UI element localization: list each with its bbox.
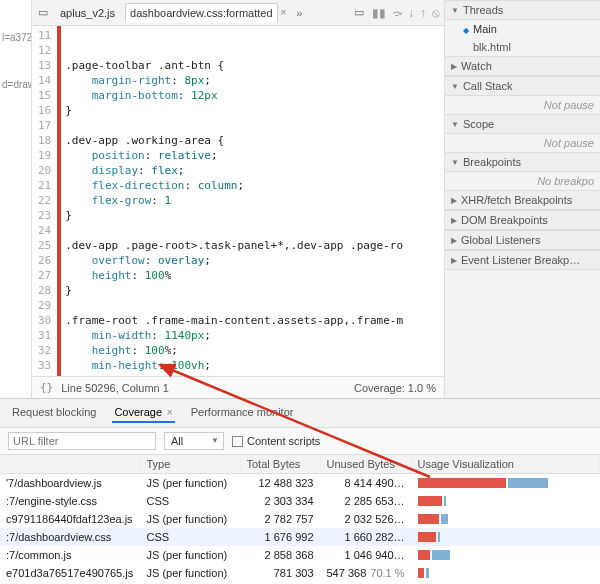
- global-listeners-header[interactable]: ▶Global Listeners: [445, 230, 600, 250]
- coverage-row[interactable]: '7/dashboardview.jsJS (per function)12 4…: [0, 474, 600, 493]
- show-navigator-icon[interactable]: ▭: [36, 6, 50, 19]
- cursor-position: Line 50296, Column 1: [61, 382, 169, 394]
- col-url[interactable]: [0, 455, 140, 474]
- coverage-row[interactable]: e701d3a76517e490765.jsJS (per function)7…: [0, 564, 600, 582]
- event-listener-bp-header[interactable]: ▶Event Listener Breakp…: [445, 250, 600, 270]
- line-gutter: 1112131415161718192021222324252627282930…: [32, 26, 57, 376]
- show-debugger-icon[interactable]: ▭: [352, 6, 366, 19]
- pause-icon[interactable]: ▮▮: [372, 6, 386, 20]
- coverage-row[interactable]: :7/dashboardview.cssCSS1 676 9921 660 28…: [0, 528, 600, 546]
- thread-main[interactable]: ◆Main: [445, 20, 600, 38]
- deactivate-breakpoints-icon[interactable]: ⦸: [432, 6, 440, 20]
- debugger-sidebar: ▼Threads ◆Main blk.html ▶Watch ▼Call Sta…: [445, 0, 600, 398]
- tab-file-1[interactable]: aplus_v2.js: [56, 4, 119, 22]
- type-filter-select[interactable]: All: [164, 432, 224, 450]
- col-total[interactable]: Total Bytes: [240, 455, 320, 474]
- col-unused[interactable]: Unused Bytes: [320, 455, 411, 474]
- code-content[interactable]: .page-toolbar .ant-btn { margin-right: 8…: [63, 26, 444, 376]
- callstack-note: Not pause: [445, 96, 600, 114]
- xhr-breakpoints-header[interactable]: ▶XHR/fetch Breakpoints: [445, 190, 600, 210]
- dom-breakpoints-header[interactable]: ▶DOM Breakpoints: [445, 210, 600, 230]
- left-stub-1: l=a372b: [0, 4, 31, 45]
- breakpoints-pane-header[interactable]: ▼Breakpoints: [445, 152, 600, 172]
- tabs-overflow-icon[interactable]: »: [292, 7, 306, 19]
- step-over-icon[interactable]: ⤼: [392, 6, 402, 20]
- coverage-row[interactable]: c9791186440fdaf123ea.jsJS (per function)…: [0, 510, 600, 528]
- callstack-pane-header[interactable]: ▼Call Stack: [445, 76, 600, 96]
- drawer-tab-coverage[interactable]: Coverage ×: [112, 403, 174, 423]
- editor-statusbar: {} Line 50296, Column 1 Coverage: 1.0 %: [32, 376, 444, 398]
- coverage-row[interactable]: :7/common.jsJS (per function)2 858 3681 …: [0, 546, 600, 564]
- col-type[interactable]: Type: [140, 455, 240, 474]
- content-scripts-checkbox[interactable]: Content scripts: [232, 435, 320, 448]
- tab-file-2[interactable]: dashboardview.css:formatted: [125, 3, 277, 23]
- debugger-controls: ▮▮ ⤼ ↓ ↑ ⦸: [372, 6, 440, 20]
- scope-note: Not pause: [445, 134, 600, 152]
- coverage-filterbar: All Content scripts: [0, 428, 600, 455]
- coverage-row[interactable]: :7/engine-style.cssCSS2 303 3342 285 653…: [0, 492, 600, 510]
- drawer-tab-request-blocking[interactable]: Request blocking: [10, 403, 98, 423]
- editor-tabbar: ▭ aplus_v2.js dashboardview.css:formatte…: [32, 0, 444, 26]
- col-viz[interactable]: Usage Visualization: [411, 455, 599, 474]
- left-stub-2: d=draw: [0, 45, 31, 92]
- left-nav-strip: l=a372b d=draw: [0, 0, 32, 398]
- drawer-tab-perf-monitor[interactable]: Performance monitor: [189, 403, 296, 423]
- close-tab-icon[interactable]: ×: [281, 7, 287, 18]
- coverage-bar: [57, 26, 61, 376]
- coverage-table: Type Total Bytes Unused Bytes Usage Visu…: [0, 455, 600, 582]
- breakpoints-note: No breakpo: [445, 172, 600, 190]
- pretty-print-icon[interactable]: {}: [40, 381, 53, 394]
- step-into-icon[interactable]: ↓: [408, 6, 414, 20]
- scope-pane-header[interactable]: ▼Scope: [445, 114, 600, 134]
- step-out-icon[interactable]: ↑: [420, 6, 426, 20]
- code-viewer[interactable]: 1112131415161718192021222324252627282930…: [32, 26, 444, 376]
- watch-pane-header[interactable]: ▶Watch: [445, 56, 600, 76]
- coverage-summary: Coverage: 1.0 %: [354, 382, 436, 394]
- url-filter-input[interactable]: [8, 432, 156, 450]
- close-coverage-icon[interactable]: ×: [164, 407, 173, 418]
- threads-pane-header[interactable]: ▼Threads: [445, 0, 600, 20]
- drawer-tabs: Request blocking Coverage × Performance …: [0, 399, 600, 428]
- thread-sub[interactable]: blk.html: [445, 38, 600, 56]
- drawer-panel: Request blocking Coverage × Performance …: [0, 398, 600, 582]
- editor-panel: ▭ aplus_v2.js dashboardview.css:formatte…: [32, 0, 445, 398]
